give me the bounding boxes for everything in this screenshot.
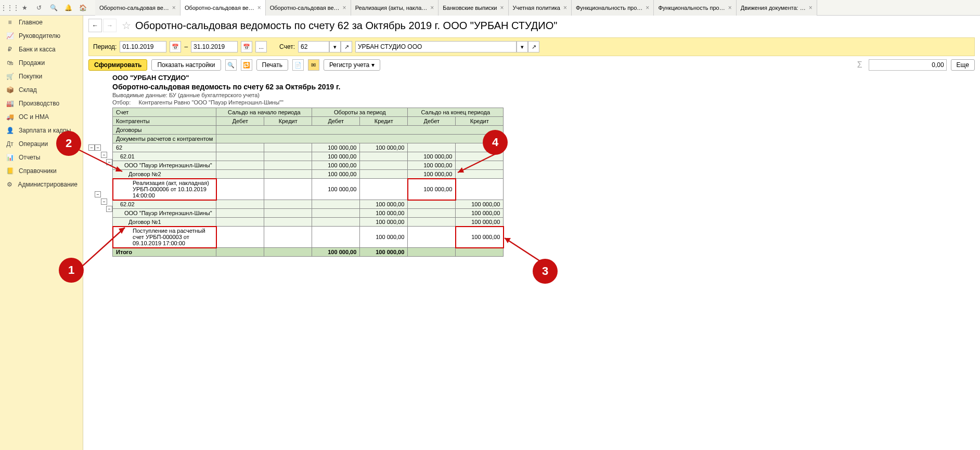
- row-power1[interactable]: ООО "Пауэр Интернэшнл-Шины": [113, 161, 216, 170]
- tab[interactable]: Учетная политика×: [509, 0, 572, 16]
- close-icon[interactable]: ×: [500, 4, 504, 11]
- close-icon[interactable]: ×: [809, 4, 813, 11]
- generate-button[interactable]: Сформировать: [88, 59, 147, 71]
- close-icon[interactable]: ×: [563, 4, 567, 11]
- sidebar-item[interactable]: ⚙Администрирование: [0, 178, 83, 191]
- sidebar-icon: ≡: [5, 19, 15, 26]
- cell: 100 000,00: [408, 161, 456, 170]
- cell: 100 000,00: [360, 227, 408, 248]
- calendar-to-icon[interactable]: 📅: [241, 41, 252, 52]
- find-replace-button[interactable]: 🔁: [241, 59, 252, 71]
- tab-label: Функциональность про…: [658, 5, 725, 11]
- period-from-input[interactable]: [120, 41, 166, 52]
- org-dropdown-icon[interactable]: ▾: [517, 41, 528, 52]
- sidebar-icon: 🛒: [5, 73, 15, 80]
- email-button[interactable]: ✉: [308, 59, 319, 71]
- history-icon[interactable]: ↺: [33, 2, 45, 14]
- sidebar-item[interactable]: 📦Склад: [0, 83, 83, 97]
- favorite-icon[interactable]: ☆: [122, 19, 131, 32]
- nav-back-button[interactable]: ←: [88, 19, 102, 32]
- sidebar-item[interactable]: 📈Руководителю: [0, 29, 83, 43]
- tree-collapse-icon[interactable]: −: [95, 191, 101, 197]
- tab[interactable]: Оборотно-сальдовая ве…×: [95, 0, 180, 16]
- row-6201[interactable]: 62.01: [113, 152, 216, 161]
- main-area: ← → ☆ Оборотно-сальдовая ведомость по сч…: [83, 16, 980, 450]
- tab[interactable]: Банковские выписки×: [439, 0, 508, 16]
- tab[interactable]: Оборотно-сальдовая ве…×: [180, 0, 266, 16]
- cell: 100 000,00: [360, 209, 408, 218]
- account-dropdown-icon[interactable]: ▾: [329, 41, 341, 52]
- close-icon[interactable]: ×: [257, 4, 261, 11]
- tab[interactable]: Функциональность про…×: [654, 0, 736, 16]
- nav-fwd-button[interactable]: →: [103, 19, 117, 32]
- close-icon[interactable]: ×: [728, 4, 732, 11]
- sidebar-item[interactable]: ≡Главное: [0, 16, 83, 29]
- col-kt2: Кредит: [360, 117, 408, 126]
- period-to-input[interactable]: [191, 41, 238, 52]
- sidebar-item[interactable]: 🚚ОС и НМА: [0, 110, 83, 124]
- row-doc-realization[interactable]: Реализация (акт, накладная) УРБП-000006 …: [113, 179, 216, 200]
- sidebar-item[interactable]: 📒Справочники: [0, 164, 83, 178]
- find-button[interactable]: 🔍: [225, 59, 237, 71]
- sidebar-icon: 📒: [5, 167, 15, 175]
- sidebar-icon: 📊: [5, 154, 15, 161]
- title-bar: ← → ☆ Оборотно-сальдовая ведомость по сч…: [83, 16, 980, 35]
- home-icon[interactable]: 🏠: [76, 2, 89, 14]
- tab[interactable]: Реализация (акты, накла…×: [351, 0, 439, 16]
- tab[interactable]: Оборотно-сальдовая ве…×: [266, 0, 351, 16]
- col-grp-turn: Обороты за период: [312, 108, 408, 117]
- more-button[interactable]: Еще: [951, 59, 975, 71]
- col-kt1: Кредит: [264, 117, 312, 126]
- print-button[interactable]: Печать: [256, 59, 288, 71]
- tree-collapse-icon[interactable]: −: [101, 198, 107, 205]
- action-bar: Сформировать Показать настройки 🔍 🔁 Печа…: [83, 56, 980, 74]
- row-dog2[interactable]: Договор №2: [113, 170, 216, 179]
- show-settings-button[interactable]: Показать настройки: [151, 59, 221, 71]
- row-6202[interactable]: 62.02: [113, 200, 216, 209]
- meta-filter-label: Отбор:: [112, 99, 131, 105]
- cell: 100 000,00: [312, 179, 360, 200]
- cell: 100 000,00: [408, 152, 456, 161]
- tree-collapse-icon[interactable]: −: [88, 144, 95, 151]
- star-icon[interactable]: ★: [18, 2, 31, 14]
- account-open-icon[interactable]: ↗: [341, 41, 352, 52]
- tab[interactable]: Функциональность про…×: [572, 0, 654, 16]
- tab[interactable]: Движения документа: …×: [737, 0, 817, 16]
- sidebar-item[interactable]: ₽Банк и касса: [0, 43, 83, 56]
- close-icon[interactable]: ×: [646, 4, 649, 11]
- period-dash: –: [184, 43, 188, 50]
- row-dog1[interactable]: Договор №1: [113, 218, 216, 227]
- tab-label: Учетная политика: [513, 5, 560, 11]
- period-more-button[interactable]: ...: [255, 41, 267, 52]
- sidebar-item-label: Справочники: [19, 167, 57, 175]
- tree-collapse-icon[interactable]: −: [101, 152, 107, 158]
- registry-button[interactable]: Регистр учета ▾: [324, 59, 380, 71]
- org-input[interactable]: [355, 41, 517, 52]
- row-doc-receipt[interactable]: Поступление на расчетный счет УРБП-00000…: [113, 227, 216, 248]
- apps-icon[interactable]: ⋮⋮⋮: [4, 2, 16, 14]
- close-icon[interactable]: ×: [430, 4, 434, 11]
- org-open-icon[interactable]: ↗: [528, 41, 539, 52]
- sidebar-item[interactable]: 🛍Продажи: [0, 56, 83, 70]
- tree-collapse-icon[interactable]: −: [106, 159, 112, 165]
- account-input[interactable]: [298, 41, 329, 52]
- tree-collapse-icon[interactable]: −: [95, 144, 101, 151]
- cell: 100 000,00: [360, 248, 408, 257]
- bell-icon[interactable]: 🔔: [62, 2, 74, 14]
- close-icon[interactable]: ×: [343, 4, 346, 11]
- export-button[interactable]: 📄: [292, 59, 304, 71]
- sidebar-item[interactable]: 🏭Производство: [0, 97, 83, 110]
- row-62[interactable]: 62: [113, 143, 216, 152]
- cell: 100 000,00: [312, 161, 360, 170]
- col-dt3: Дебет: [408, 117, 456, 126]
- tree-collapse-icon[interactable]: −: [106, 206, 112, 212]
- sidebar-item[interactable]: 🛒Покупки: [0, 70, 83, 83]
- row-power2[interactable]: ООО "Пауэр Интернэшнл-Шины": [113, 209, 216, 218]
- sidebar-icon: 📈: [5, 32, 15, 39]
- cell-end-dt: 100 000,00: [408, 179, 456, 200]
- search-icon[interactable]: 🔍: [47, 2, 60, 14]
- close-icon[interactable]: ×: [172, 4, 176, 11]
- sidebar-item-label: Банк и касса: [19, 46, 56, 53]
- calendar-from-icon[interactable]: 📅: [170, 41, 181, 52]
- sidebar-icon: ⚙: [5, 181, 14, 188]
